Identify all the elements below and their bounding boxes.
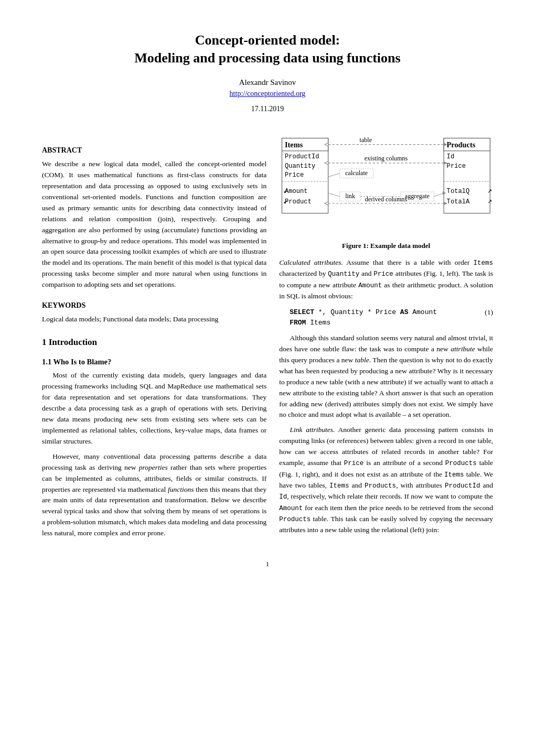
link-attributes-italic: Link attributes.: [290, 426, 335, 434]
right-para2: Although this standard solution seems ve…: [279, 333, 493, 420]
svg-text:Id: Id: [447, 153, 455, 160]
svg-text:link: link: [345, 192, 356, 200]
svg-text:Amount: Amount: [285, 188, 308, 195]
svg-text:derived columns: derived columns: [365, 196, 408, 203]
svg-text:table: table: [360, 136, 372, 144]
svg-text:existing columns: existing columns: [365, 155, 408, 163]
keywords-heading: KEYWORDS: [42, 300, 266, 311]
code-number: (1): [477, 307, 493, 318]
right-column: Items ProductId Quantity Price Amount ↙ …: [279, 135, 493, 543]
left-column: ABSTRACT We describe a new logical data …: [42, 135, 266, 543]
svg-line-31: [328, 174, 340, 177]
svg-text:Product: Product: [285, 198, 312, 206]
abstract-heading: ABSTRACT: [42, 145, 266, 156]
page-number: 1: [42, 559, 493, 569]
section1-1-para1: Most of the currently existing data mode…: [42, 370, 266, 447]
figure-caption: Figure 1: Example data model: [279, 241, 493, 251]
svg-text:↙: ↙: [283, 188, 288, 194]
page-title: Concept-oriented model: Modeling and pro…: [42, 31, 493, 67]
svg-line-37: [328, 193, 340, 197]
author-url[interactable]: http://conceptoriented.org: [230, 90, 306, 98]
title-line2: Modeling and processing data using funct…: [134, 50, 400, 66]
abstract-text: We describe a new logical data model, ca…: [42, 159, 266, 290]
keywords-text: Logical data models; Functional data mod…: [42, 314, 266, 325]
code-line1: SELECT *, Quantity * Price AS Amount: [290, 307, 477, 318]
svg-text:Price: Price: [447, 163, 466, 170]
svg-text:Quantity: Quantity: [285, 163, 315, 170]
author-name: Alexandr Savinov: [42, 77, 493, 89]
svg-text:TotalA: TotalA: [447, 198, 470, 206]
code-text: SELECT *, Quantity * Price AS Amount FRO…: [290, 307, 477, 328]
diagram-svg: Items ProductId Quantity Price Amount ↙ …: [279, 135, 493, 233]
svg-text:↗: ↗: [487, 198, 492, 204]
svg-text:aggregate: aggregate: [405, 192, 430, 200]
main-content: ABSTRACT We describe a new logical data …: [42, 135, 493, 543]
select-keyword: SELECT: [290, 308, 314, 316]
from-keyword: FROM: [290, 319, 306, 327]
figure-caption-text: Figure 1: Example data model: [342, 242, 430, 250]
code-line2: FROM Items: [290, 318, 477, 328]
date-block: 17.11.2019: [42, 103, 493, 114]
svg-text:Items: Items: [285, 141, 303, 149]
svg-text:ProductId: ProductId: [285, 153, 319, 160]
svg-text:calculate: calculate: [345, 169, 368, 177]
section1-1-para2: However, many conventional data processi…: [42, 451, 266, 539]
calculated-attributes-italic: Calculated attributes.: [279, 258, 343, 266]
svg-text:Products: Products: [447, 141, 476, 149]
svg-text:TotalQ: TotalQ: [447, 188, 470, 195]
svg-text:↙: ↙: [283, 198, 288, 204]
author-block: Alexandr Savinov http://conceptoriented.…: [42, 77, 493, 100]
section1-1-heading: 1.1 Who Is to Blame?: [42, 357, 266, 368]
svg-text:Price: Price: [285, 171, 304, 179]
svg-line-38: [434, 193, 444, 197]
section1-heading: 1 Introduction: [42, 336, 266, 349]
right-para1: Calculated attributes. Assume that there…: [279, 257, 493, 302]
right-para3: Link attributes. Another generic data pr…: [279, 425, 493, 536]
title-line1: Concept-oriented model:: [195, 33, 340, 48]
code-block: SELECT *, Quantity * Price AS Amount FRO…: [279, 307, 493, 328]
diagram-container: Items ProductId Quantity Price Amount ↙ …: [279, 135, 493, 236]
as-keyword: AS: [400, 308, 409, 316]
svg-text:↗: ↗: [487, 188, 492, 194]
